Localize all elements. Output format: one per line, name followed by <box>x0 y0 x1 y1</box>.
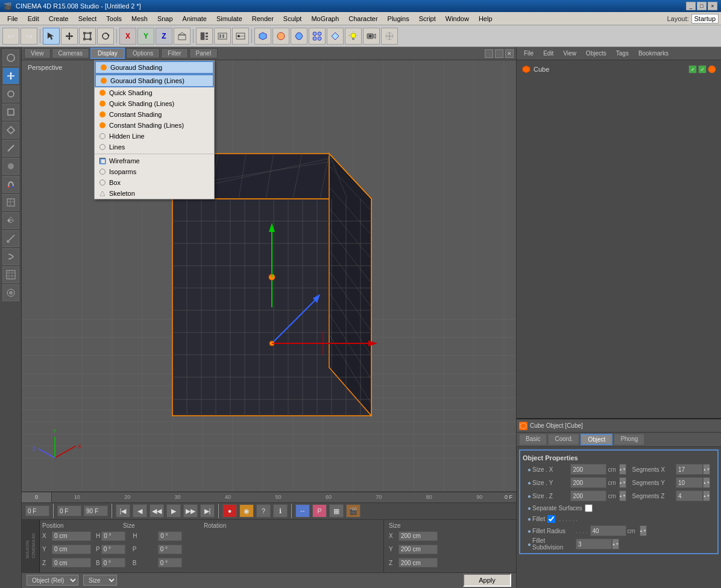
prop-seg-y-spin[interactable]: ▲▼ <box>703 477 710 488</box>
menu-edit[interactable]: Edit <box>23 14 44 23</box>
scale-tool-button[interactable] <box>79 28 96 45</box>
prop-tab-basic[interactable]: Basic <box>519 434 547 445</box>
left-bend-btn[interactable] <box>2 248 19 265</box>
sep-surf-checkbox[interactable] <box>585 504 593 512</box>
prev-frame-button[interactable]: ◀ <box>133 504 147 518</box>
prop-seg-z-spin[interactable]: ▲▼ <box>703 490 710 501</box>
film-button[interactable]: 🎬 <box>346 504 360 518</box>
display-menu-gouraud-shading[interactable]: Gouraud Shading <box>95 61 214 74</box>
prop-tab-object[interactable]: Object <box>581 434 612 445</box>
menu-select[interactable]: Select <box>74 14 102 23</box>
polygon-btn[interactable] <box>327 28 344 45</box>
end-frame-input[interactable] <box>84 505 108 516</box>
left-paint-btn[interactable] <box>2 158 19 175</box>
left-rotate-btn[interactable] <box>2 86 19 102</box>
fillet-subdiv-input[interactable] <box>576 539 612 549</box>
menu-mesh[interactable]: Mesh <box>127 14 153 23</box>
size-x-input[interactable] <box>101 531 125 541</box>
obj-manager-tab-objects[interactable]: Objects <box>581 49 611 58</box>
go-start-button[interactable]: |◀ <box>116 504 130 518</box>
light-btn[interactable] <box>345 28 362 45</box>
left-brush-btn[interactable] <box>2 284 19 301</box>
prop-tab-coord[interactable]: Coord. <box>548 434 579 445</box>
go-end-button[interactable]: ▶| <box>200 504 215 518</box>
rot-y-input[interactable] <box>158 545 182 554</box>
redo-button[interactable]: ↪ <box>20 28 37 45</box>
display-menu-constant-shading[interactable]: Constant Shading <box>95 109 214 120</box>
size-z-field[interactable] <box>398 558 438 568</box>
obj-manager-tab-file[interactable]: File <box>519 49 538 58</box>
left-texture-btn[interactable] <box>2 194 19 211</box>
fillet-subdiv-spin[interactable]: ▲▼ <box>612 539 619 549</box>
current-frame-input[interactable] <box>57 505 81 516</box>
viewport-tab-display[interactable]: Display <box>90 48 125 59</box>
prop-seg-z-input[interactable] <box>676 490 703 501</box>
size-x-field[interactable] <box>398 531 438 541</box>
size-y-field[interactable] <box>398 545 438 554</box>
x-axis-button[interactable]: X <box>119 28 136 45</box>
obj-check-dot[interactable]: · <box>708 65 716 74</box>
menu-mograph[interactable]: MoGraph <box>306 14 344 23</box>
menu-script[interactable]: Script <box>414 14 441 23</box>
obj-manager-tab-view[interactable]: View <box>558 49 581 58</box>
obj-check-2[interactable]: ✓ <box>698 65 707 74</box>
record-button[interactable]: ● <box>222 504 237 518</box>
grid-button[interactable]: ▦ <box>329 504 344 518</box>
move-tool-button[interactable] <box>61 28 78 45</box>
display-menu-constant-shading-lines[interactable]: Constant Shading (Lines) <box>95 120 214 131</box>
layout-dropdown[interactable]: Startup <box>691 14 719 23</box>
left-grid-btn[interactable] <box>2 266 19 283</box>
menu-character[interactable]: Character <box>344 14 382 23</box>
display-menu-box[interactable]: Box <box>95 177 214 188</box>
menu-snap[interactable]: Snap <box>153 14 178 23</box>
apply-button[interactable]: Apply <box>463 574 511 587</box>
menu-plugins[interactable]: Plugins <box>383 14 414 23</box>
menu-file[interactable]: File <box>2 14 23 23</box>
left-mirror-btn[interactable] <box>2 212 19 229</box>
menu-help[interactable]: Help <box>474 14 497 23</box>
rot-z-input[interactable] <box>158 558 182 568</box>
fillet-radius-spin[interactable]: ▲▼ <box>640 525 647 536</box>
keyframe-button[interactable] <box>196 28 213 45</box>
left-polygon-btn[interactable] <box>2 122 19 139</box>
menu-create[interactable]: Create <box>44 14 74 23</box>
pos-x-input[interactable] <box>52 531 91 541</box>
menu-render[interactable]: Render <box>247 14 279 23</box>
left-measure-btn[interactable] <box>2 230 19 247</box>
menu-animate[interactable]: Animate <box>178 14 212 23</box>
play-button[interactable]: ▶ <box>166 504 181 518</box>
prop-seg-x-spin[interactable]: ▲▼ <box>703 464 710 475</box>
rotate-tool-button[interactable] <box>97 28 114 45</box>
viewport-tab-view[interactable]: View <box>24 48 51 58</box>
viewport-tab-filter[interactable]: Filter <box>161 48 187 58</box>
cube-btn[interactable] <box>254 28 271 45</box>
y-axis-button[interactable]: Y <box>137 28 154 45</box>
size-z-input[interactable] <box>101 558 125 568</box>
left-move-btn[interactable] <box>2 67 19 84</box>
fillet-radius-input[interactable] <box>590 525 626 536</box>
z-axis-button[interactable]: Z <box>156 28 172 45</box>
prop-size-x-input[interactable] <box>570 464 606 475</box>
display-menu-lines[interactable]: Lines <box>95 142 214 152</box>
play-rev-button[interactable]: ◀◀ <box>150 504 164 518</box>
undo-button[interactable]: ↩ <box>2 28 19 45</box>
viewport-tab-cameras[interactable]: Cameras <box>52 48 90 58</box>
next-frame-button[interactable]: ▶▶ <box>183 504 198 518</box>
prop-size-y-input[interactable] <box>570 477 606 488</box>
info-button[interactable]: ℹ <box>273 504 288 518</box>
display-menu-isoparms[interactable]: Isoparms <box>95 166 214 177</box>
close-button[interactable]: × <box>708 2 717 10</box>
frame-start-input[interactable] <box>25 505 49 516</box>
help-button[interactable]: ? <box>256 504 271 518</box>
obj-manager-tab-tags[interactable]: Tags <box>611 49 634 58</box>
viewport-icon-1[interactable] <box>485 49 493 58</box>
viewport-icon-3[interactable]: ✕ <box>505 49 514 58</box>
minimize-button[interactable]: _ <box>686 2 696 10</box>
menu-sculpt[interactable]: Sculpt <box>279 14 307 23</box>
display-menu-gouraud-shading-lines[interactable]: Gouraud Shading (Lines) <box>95 74 214 87</box>
display-menu-skeleton[interactable]: Skeleton <box>95 188 214 199</box>
menu-window[interactable]: Window <box>441 14 474 23</box>
prop-size-z-input[interactable] <box>570 490 606 501</box>
obj-check-1[interactable]: ✓ <box>688 65 697 74</box>
viewport-tab-panel[interactable]: Panel <box>189 48 218 58</box>
